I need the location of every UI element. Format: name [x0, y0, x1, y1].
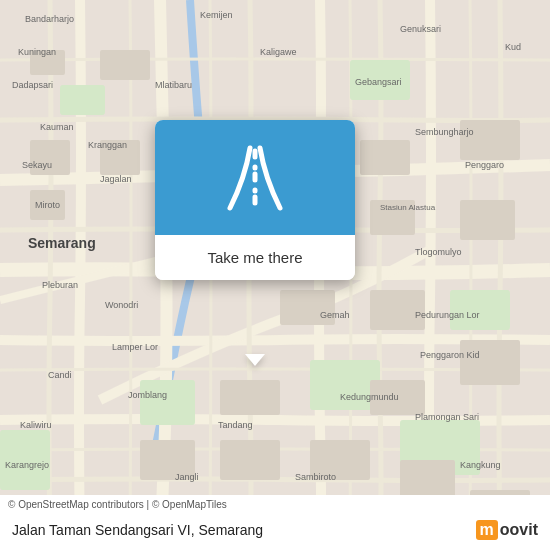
svg-text:Sambiroto: Sambiroto	[295, 472, 336, 482]
svg-text:Kaligawe: Kaligawe	[260, 47, 297, 57]
svg-text:Kauman: Kauman	[40, 122, 74, 132]
svg-text:Kuningan: Kuningan	[18, 47, 56, 57]
svg-rect-26	[400, 460, 455, 500]
bottom-bar: © OpenStreetMap contributors | © OpenMap…	[0, 495, 550, 550]
svg-text:Penggaron Kid: Penggaron Kid	[420, 350, 480, 360]
svg-text:Karangrejo: Karangrejo	[5, 460, 49, 470]
svg-text:Pedurungan Lor: Pedurungan Lor	[415, 310, 480, 320]
svg-text:Bandarharjo: Bandarharjo	[25, 14, 74, 24]
svg-text:Dadapsari: Dadapsari	[12, 80, 53, 90]
popup-caret	[245, 354, 265, 366]
svg-text:Gebangsari: Gebangsari	[355, 77, 402, 87]
svg-rect-22	[220, 380, 280, 415]
svg-rect-20	[460, 340, 520, 385]
svg-text:Wonodri: Wonodri	[105, 300, 138, 310]
svg-rect-3	[140, 380, 195, 425]
svg-rect-24	[220, 440, 280, 480]
svg-text:Tandang: Tandang	[218, 420, 253, 430]
svg-text:Stasiun Alastua: Stasiun Alastua	[380, 203, 436, 212]
svg-text:Jomblang: Jomblang	[128, 390, 167, 400]
svg-text:Lamper Lor: Lamper Lor	[112, 342, 158, 352]
svg-rect-14	[360, 140, 410, 175]
svg-rect-4	[310, 360, 380, 410]
svg-text:Kemijen: Kemijen	[200, 10, 233, 20]
svg-rect-15	[460, 120, 520, 160]
svg-text:Mlatibaru: Mlatibaru	[155, 80, 192, 90]
road-navigation-icon	[215, 138, 295, 218]
svg-rect-11	[100, 50, 150, 80]
svg-text:Kaliwiru: Kaliwiru	[20, 420, 52, 430]
svg-text:Kedungmundu: Kedungmundu	[340, 392, 399, 402]
svg-text:Jagalan: Jagalan	[100, 174, 132, 184]
take-me-there-button[interactable]: Take me there	[155, 235, 355, 280]
popup-icon-area	[155, 120, 355, 235]
svg-text:Gemah: Gemah	[320, 310, 350, 320]
popup-card: Take me there	[155, 120, 355, 280]
svg-text:Kud: Kud	[505, 42, 521, 52]
svg-text:Sembungharjo: Sembungharjo	[415, 127, 474, 137]
svg-text:Penggaro: Penggaro	[465, 160, 504, 170]
svg-text:Tlogomulyo: Tlogomulyo	[415, 247, 462, 257]
svg-text:Miroto: Miroto	[35, 200, 60, 210]
svg-text:Sekayu: Sekayu	[22, 160, 52, 170]
svg-text:Kangkung: Kangkung	[460, 460, 501, 470]
svg-text:Genuksari: Genuksari	[400, 24, 441, 34]
svg-text:Pleburan: Pleburan	[42, 280, 78, 290]
map-container: Bandarharjo Kemijen Kuningan Kaligawe Ge…	[0, 0, 550, 550]
location-bar: Jalan Taman Sendangsari VI, Semarang m o…	[0, 512, 550, 550]
location-label: Jalan Taman Sendangsari VI, Semarang	[12, 522, 263, 538]
svg-rect-1	[60, 85, 105, 115]
moovit-logo: m oovit	[476, 520, 538, 540]
svg-text:Kranggan: Kranggan	[88, 140, 127, 150]
moovit-wordmark: oovit	[500, 521, 538, 539]
svg-text:Jangli: Jangli	[175, 472, 199, 482]
svg-text:Plamongan Sari: Plamongan Sari	[415, 412, 479, 422]
svg-text:Semarang: Semarang	[28, 235, 96, 251]
attribution: © OpenStreetMap contributors | © OpenMap…	[0, 495, 550, 512]
svg-text:Candi: Candi	[48, 370, 72, 380]
svg-rect-16	[460, 200, 515, 240]
moovit-m-letter: m	[476, 520, 498, 540]
